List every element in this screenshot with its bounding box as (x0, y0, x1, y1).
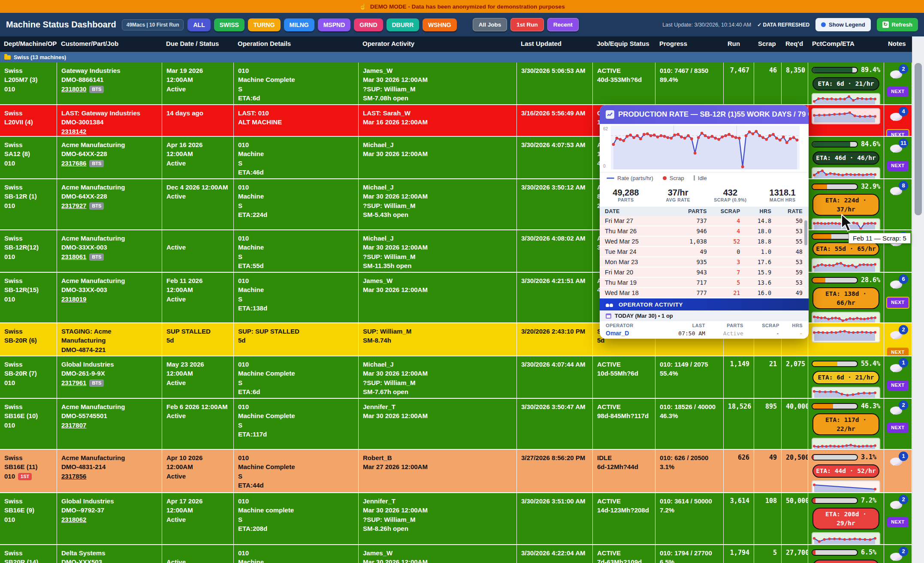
daily-table-row[interactable]: Thu Mar 26946418.053 (600, 226, 809, 237)
page-title: Machine Status Dashboard (6, 20, 116, 30)
cell-pctcomp-eta: 7.2% ETA: 208d · 29/hr (808, 493, 884, 544)
next-button[interactable]: NEXT (887, 161, 908, 171)
rate-sparkline[interactable] (812, 480, 880, 492)
filter-turng-button[interactable]: TURNG (248, 18, 281, 31)
next-button[interactable]: NEXT⚙ (887, 347, 909, 355)
daily-table-row[interactable]: Fri Mar 20943715.959 (600, 268, 809, 278)
notes-button[interactable]: 1 (886, 452, 910, 470)
notes-button[interactable]: 8 (886, 182, 910, 199)
rate-sparkline[interactable] (812, 532, 880, 544)
view-all-jobs-button[interactable]: All Jobs (473, 18, 507, 31)
column-header[interactable]: Operator Activity (359, 36, 517, 52)
job-link[interactable]: 2318142 (61, 128, 86, 135)
next-button[interactable]: NEXT (887, 87, 908, 97)
column-header[interactable]: Scrap (754, 36, 782, 52)
column-header[interactable]: Customer/Part/Job (57, 36, 162, 52)
table-row[interactable]: SwissSB20R (14) Delta Systems DMO-XXX503… (0, 545, 912, 563)
scrollbar-thumb[interactable] (915, 63, 922, 215)
notes-button[interactable]: 2 (886, 401, 910, 418)
next-button[interactable]: NEXT (886, 129, 909, 136)
view-1st-run-button[interactable]: 1st Run (510, 18, 544, 31)
job-link[interactable]: 2317856 (61, 473, 86, 480)
group-row-swiss[interactable]: Swiss (13 machines) (0, 52, 912, 63)
rate-sparkline[interactable] (812, 387, 880, 398)
cell-last-updated: 3/30/2026 5:06:53 AM (517, 63, 593, 104)
notes-button[interactable]: 11 (886, 139, 910, 157)
job-link[interactable]: 2318019 (61, 295, 86, 303)
rate-sparkline[interactable] (812, 258, 880, 272)
column-header[interactable]: Last Updated (517, 36, 593, 52)
next-button[interactable]: NEXT (886, 297, 909, 309)
demo-mode-banner: ☝ DEMO MODE - Data has been anonymized f… (0, 0, 924, 13)
job-link[interactable]: 2317686 (61, 160, 86, 167)
column-header[interactable]: Notes (884, 36, 912, 52)
demo-mode-text: DEMO MODE - Data has been anonymized for… (370, 3, 565, 10)
job-link[interactable]: 2317927 (61, 202, 86, 209)
daily-table-row[interactable]: Thu Mar 19717513.653 (600, 278, 809, 288)
show-legend-button[interactable]: Show Legend (815, 18, 871, 31)
next-button[interactable]: NEXT (887, 380, 908, 391)
table-row[interactable]: Swiss L205M7 (3)010 Gateway Industries D… (0, 63, 912, 105)
daily-table-row[interactable]: Fri Mar 27737414.850 (600, 216, 809, 226)
column-header[interactable]: Req'd (782, 36, 808, 52)
daily-table-scrollbar[interactable] (804, 219, 807, 297)
chart-legend: Rate (parts/hr) Scrap Idle (600, 172, 809, 184)
column-header[interactable]: Run (724, 36, 754, 52)
notes-button[interactable]: 2 (886, 496, 910, 513)
view-recent-button[interactable]: Recent (547, 18, 579, 31)
rate-sparkline[interactable] (812, 312, 880, 322)
column-header[interactable]: Dept/Machine/OP (0, 36, 57, 52)
cell-operation-details: 010 Machine S ETA:224d (234, 179, 359, 229)
daily-table-row[interactable]: Wed Mar 187772116.049 (600, 288, 809, 298)
notes-button[interactable]: 2 (886, 548, 910, 563)
daily-table-row[interactable]: Wed Mar 251,0385218.855 (600, 237, 809, 247)
job-link[interactable]: 2318062 (61, 516, 86, 523)
table-row[interactable]: Swiss SB16E (10)010 Acme Manufacturing D… (0, 399, 912, 450)
filter-grnd-button[interactable]: GRND (354, 18, 383, 31)
notes-button[interactable]: 6 (886, 275, 910, 292)
job-link[interactable]: 2317807 (61, 421, 86, 429)
daily-table-row[interactable]: Mon Mar 23935317.653 (600, 257, 809, 268)
notes-button[interactable]: 2 (886, 326, 910, 343)
next-button[interactable]: NEXT (887, 423, 908, 433)
cell-run: 18,526 (724, 399, 754, 449)
table-row[interactable]: Swiss SB16E (9)010 Global Industries DMO… (0, 493, 912, 545)
rate-sparkline[interactable] (812, 93, 880, 104)
cell-due-status: Apr 10 2026 12:00AM Active (162, 450, 234, 492)
column-header[interactable]: Job/Equip Status (593, 36, 655, 52)
legend-icon (821, 22, 826, 27)
table-row[interactable]: Swiss SB16E (11)0101ST Acme Manufacturin… (0, 450, 912, 493)
column-header[interactable]: PctComp/ETA (808, 36, 884, 52)
column-header[interactable]: Operation Details (234, 36, 359, 52)
rate-sparkline[interactable] (812, 326, 880, 343)
column-header[interactable]: Due Date / Status (162, 36, 234, 52)
column-header[interactable]: Progress (655, 36, 724, 52)
refresh-button[interactable]: ↻Refresh (877, 18, 918, 31)
job-link[interactable]: 2318067 (61, 355, 86, 355)
job-link[interactable]: 2318061 (61, 253, 86, 260)
operator-link[interactable]: Omar_D (606, 330, 663, 337)
filter-swiss-button[interactable]: SWISS (214, 18, 245, 31)
cell-notes: 6 NEXT (884, 273, 912, 322)
filter-wshng-button[interactable]: WSHNG (423, 18, 457, 31)
job-link[interactable]: 2318030 (61, 85, 86, 93)
filter-all-button[interactable]: ALL (187, 18, 210, 31)
next-button[interactable]: NEXT (887, 517, 908, 527)
filter-milng-button[interactable]: MILNG (284, 18, 314, 31)
job-link[interactable]: 2317961 (61, 379, 86, 386)
filter-mspnd-button[interactable]: MSPND (318, 18, 351, 31)
notes-button[interactable]: 2 (886, 65, 910, 82)
table-row[interactable]: Swiss SB-20R (7)010 Global Industries DM… (0, 356, 912, 399)
cell-pctcomp-eta: 28.6% ETA: 138d · 66/hr (808, 273, 884, 322)
sparkline-svg (812, 259, 877, 272)
rate-sparkline[interactable] (812, 167, 880, 178)
operator-table-header: OPERATORLASTPARTSSCRAPHRS (600, 321, 809, 329)
daily-table-row[interactable]: Tue Mar 244901.048 (600, 247, 809, 257)
rate-sparkline[interactable] (812, 108, 880, 124)
notes-button[interactable]: 4 (886, 108, 910, 125)
rate-sparkline[interactable] (812, 438, 880, 449)
eta-pill: ETA: 208d · 29/hr (812, 508, 879, 530)
notes-button[interactable]: 1 (886, 359, 910, 376)
filter-dburr-button[interactable]: DBURR (387, 18, 420, 31)
vertical-scrollbar[interactable] (912, 36, 924, 563)
